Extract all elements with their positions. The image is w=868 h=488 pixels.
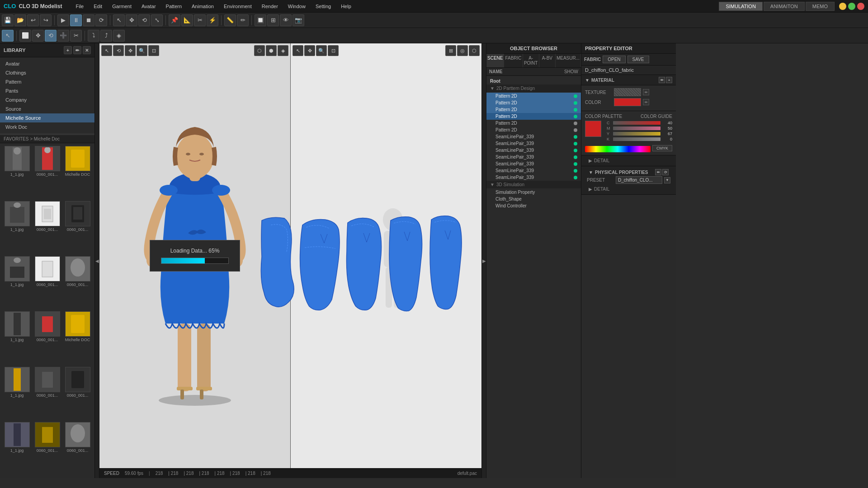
list-item[interactable]: 1_1.jpg <box>3 146 31 199</box>
menu-help[interactable]: Help <box>336 2 356 11</box>
tree-sim-property[interactable]: Simulation Property <box>486 189 581 196</box>
library-edit-btn[interactable]: ✏ <box>73 46 81 54</box>
select2-btn[interactable]: ↖ <box>2 30 14 42</box>
tree-seam-5[interactable]: SeamLinePair_339 <box>486 160 581 167</box>
open-btn[interactable]: 📂 <box>14 14 26 26</box>
pattern-add-btn[interactable]: ➕ <box>57 30 69 42</box>
list-item[interactable]: 0060_001... <box>33 422 61 475</box>
pattern-tuck-btn[interactable]: ⤴ <box>100 30 112 42</box>
tuck-btn[interactable]: ✂ <box>194 14 206 26</box>
reset-btn[interactable]: ⟳ <box>95 14 107 26</box>
view2d-select-btn[interactable]: ↖ <box>292 45 303 56</box>
scale-btn[interactable]: ⤡ <box>151 14 163 26</box>
tab-measur[interactable]: MEASUR... <box>556 54 581 67</box>
menu-animation[interactable]: Animation <box>187 2 218 11</box>
edit2-btn[interactable]: ✏ <box>237 14 249 26</box>
tree-root[interactable]: Root <box>486 78 581 84</box>
tree-seam-7[interactable]: SeamLinePair_339 <box>486 174 581 181</box>
tab-animation[interactable]: ANIMAITON <box>764 2 805 11</box>
list-item[interactable]: 0060_001... <box>63 367 92 420</box>
tree-seam-1[interactable]: SeamLinePair_339 <box>486 133 581 140</box>
close-button[interactable] <box>857 3 864 10</box>
list-item[interactable]: 1_1.jpg <box>3 256 31 310</box>
view2d-grid-btn[interactable]: ⊞ <box>445 45 456 56</box>
stop-btn[interactable]: ⏹ <box>83 14 94 26</box>
library-del-btn[interactable]: ✕ <box>83 46 91 54</box>
lib-source[interactable]: Source <box>0 104 94 113</box>
list-item[interactable]: 0060_001... <box>33 201 61 254</box>
tab-apoint[interactable]: A-POINT <box>523 54 539 67</box>
prop-save-btn[interactable]: SAVE <box>627 56 649 63</box>
tree-pattern2d-2[interactable]: Pattern 2D <box>486 99 581 106</box>
menu-pattern[interactable]: Pattern <box>161 2 186 11</box>
tree-seam-4[interactable]: SeamLinePair_339 <box>486 154 581 160</box>
pause-btn[interactable]: ⏸ <box>70 14 82 26</box>
list-item[interactable]: 1_1.jpg <box>3 422 31 475</box>
tree-pattern2d-3[interactable]: Pattern 2D <box>486 106 581 113</box>
menu-avatar[interactable]: Avatar <box>137 2 160 11</box>
list-item[interactable]: 0060_001... <box>63 201 92 254</box>
material-edit-icon[interactable]: ✏ <box>659 77 665 83</box>
move-btn[interactable]: ✥ <box>126 14 137 26</box>
list-item[interactable]: Michelle DOC <box>63 146 92 199</box>
tree-seam-6[interactable]: SeamLinePair_339 <box>486 167 581 174</box>
color-edit-icon[interactable]: ✏ <box>643 99 649 105</box>
view2d-pan-btn[interactable]: ✥ <box>304 45 315 56</box>
grid-btn[interactable]: ⊞ <box>267 14 279 26</box>
tab-fabric[interactable]: FABRIC <box>504 54 523 67</box>
cmyk-y-slider[interactable] <box>613 132 660 136</box>
undo-btn[interactable]: ↩ <box>27 14 39 26</box>
tab-memo[interactable]: MEMO <box>806 2 835 11</box>
phys-detail-section[interactable]: ▶ DETAIL <box>585 186 672 192</box>
material-add-icon[interactable]: + <box>666 77 672 83</box>
seam-btn[interactable]: ⚡ <box>207 14 218 26</box>
menu-setting[interactable]: Setting <box>311 2 335 11</box>
tree-section-3d[interactable]: ▼ 3D Simulation <box>486 181 581 189</box>
list-item[interactable]: 0060_001... <box>63 422 92 475</box>
list-item[interactable]: 1_1.jpg <box>3 367 31 420</box>
lib-clothings[interactable]: Clothings <box>0 68 94 77</box>
pattern-move-btn[interactable]: ✥ <box>32 30 44 42</box>
pattern-fold-btn[interactable]: ⤵ <box>88 30 99 42</box>
tree-wind-controller[interactable]: Wind Controller <box>486 202 581 209</box>
tree-section-2d[interactable]: ▼ 2D Parttern Design <box>486 84 581 93</box>
tab-abv[interactable]: A-BV <box>539 54 556 67</box>
tree-cloth-shape[interactable]: Cloth_Shape <box>486 196 581 202</box>
minimize-button[interactable] <box>839 3 846 10</box>
cmyk-k-slider[interactable] <box>613 137 660 141</box>
texture-swatch[interactable] <box>614 88 641 96</box>
menu-file[interactable]: File <box>71 2 88 11</box>
tree-seam-3[interactable]: SeamLinePair_339 <box>486 147 581 154</box>
tab-scene[interactable]: SCENE <box>486 54 504 67</box>
lib-pattern[interactable]: Pattern <box>0 77 94 86</box>
list-item[interactable]: 0060_001... <box>33 146 61 199</box>
list-item[interactable]: Michelle DOC <box>63 311 92 365</box>
phys-reset-icon[interactable]: ⟳ <box>662 169 669 175</box>
select-btn[interactable]: ↖ <box>113 14 125 26</box>
list-item[interactable]: 0060_001... <box>33 311 61 365</box>
rotate-btn[interactable]: ⟲ <box>138 14 150 26</box>
rainbow-bar[interactable] <box>585 146 651 152</box>
phys-edit-icon[interactable]: ✏ <box>655 169 661 175</box>
pattern-rotate-btn[interactable]: ⟲ <box>45 30 57 42</box>
list-item[interactable]: 0060_001... <box>33 256 61 310</box>
list-item[interactable]: 0060_001... <box>63 256 92 310</box>
view-btn[interactable]: 👁 <box>280 14 292 26</box>
cmyk-toggle-btn[interactable]: CMYK <box>652 145 672 151</box>
lib-pants[interactable]: Pants <box>0 86 94 95</box>
snap-btn[interactable]: 🔲 <box>255 14 266 26</box>
prop-open-btn[interactable]: OPEN <box>603 56 625 63</box>
color-swatch-large[interactable] <box>585 121 601 137</box>
view2d-snap-btn[interactable]: ◎ <box>457 45 468 56</box>
simulate-btn[interactable]: ▶ <box>57 14 69 26</box>
menu-environment[interactable]: Environment <box>219 2 256 11</box>
list-item[interactable]: 1_1.jpg <box>3 311 31 365</box>
preset-dropdown[interactable]: D_chiffon_CLO... <box>616 176 662 184</box>
color-swatch[interactable] <box>614 98 641 106</box>
preset-down-icon[interactable]: ▼ <box>664 177 670 183</box>
menu-render[interactable]: Render <box>257 2 283 11</box>
left-collapse-handle[interactable]: ◀ <box>95 43 99 478</box>
tree-pattern2d-6[interactable]: Pattern 2D <box>486 127 581 133</box>
lib-michelle-source[interactable]: Michelle Source <box>0 113 94 122</box>
menu-edit[interactable]: Edit <box>89 2 107 11</box>
